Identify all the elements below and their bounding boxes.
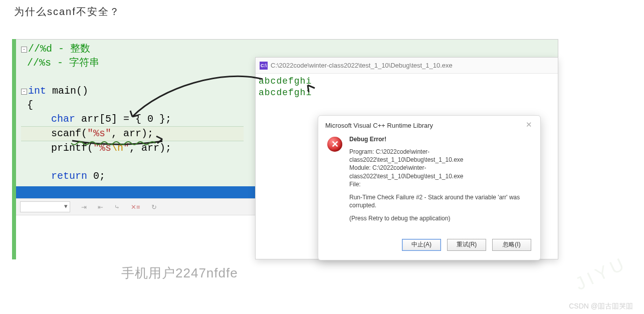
code-ident: arr[5] = { 0 }; bbox=[75, 113, 171, 125]
dialog-module-line: Module: C:\2022code\winter-class2022\tes… bbox=[349, 164, 464, 179]
code-ident: scanf bbox=[51, 128, 81, 139]
console-body: abcdefghi abcdefghi bbox=[256, 74, 558, 100]
code-string: " bbox=[123, 142, 129, 154]
code-editor: -//%d - 整数 //%s - 字符串 -int main() { char… bbox=[21, 42, 244, 183]
ignore-button[interactable]: 忽略(I) bbox=[492, 239, 531, 251]
code-punct: , arr); bbox=[111, 128, 153, 139]
code-comment: //%s - 字符串 bbox=[27, 57, 99, 69]
retry-button[interactable]: 重试(R) bbox=[447, 239, 486, 251]
code-comment: //%d - 整数 bbox=[28, 43, 90, 55]
dialog-title: Microsoft Visual C++ Runtime Library bbox=[325, 122, 433, 129]
watermark-username: 手机用户2247nfdfe bbox=[121, 264, 238, 282]
close-icon[interactable]: ✕ bbox=[524, 121, 533, 130]
code-ident: main bbox=[52, 85, 76, 97]
code-punct: () bbox=[76, 85, 88, 97]
code-string: "%s" bbox=[87, 128, 111, 139]
dialog-heading: Debug Error! bbox=[349, 136, 531, 143]
code-string: "%s bbox=[93, 142, 111, 154]
toolbar-icon[interactable]: ⇥ bbox=[81, 203, 87, 211]
abort-button[interactable]: 中止(A) bbox=[402, 239, 441, 251]
code-punct: ( bbox=[87, 142, 93, 154]
console-title-path: C:\2022code\winter-class2022\test_1_10\D… bbox=[271, 62, 453, 69]
watermark-csdn: CSDN @吅古吅哭吅 bbox=[569, 302, 633, 311]
console-output-line: abcdefghi bbox=[259, 87, 555, 99]
console-app-icon: C:\ bbox=[260, 62, 268, 70]
ide-change-margin bbox=[12, 39, 16, 259]
document-heading: 为什么scanf不安全？ bbox=[14, 5, 120, 19]
code-keyword: return bbox=[51, 170, 87, 182]
screenshot-container: -//%d - 整数 //%s - 字符串 -int main() { char… bbox=[12, 39, 558, 259]
toolbar-icon[interactable]: ✕≡ bbox=[131, 203, 140, 211]
toolbar-icon[interactable]: ⇤ bbox=[98, 203, 103, 211]
fold-toggle-icon[interactable]: - bbox=[21, 89, 27, 95]
dialog-press-line: (Press Retry to debug the application) bbox=[349, 214, 531, 222]
error-icon: ✕ bbox=[327, 137, 342, 152]
dialog-button-row: 中止(A) 重试(R) 忽略(I) bbox=[318, 233, 540, 260]
runtime-error-dialog: Microsoft Visual C++ Runtime Library ✕ ✕… bbox=[318, 115, 541, 260]
code-number: 0; bbox=[87, 170, 105, 182]
dialog-file-line: File: bbox=[349, 181, 361, 188]
dialog-program-line: Program: C:\2022code\winter-class2022\te… bbox=[349, 148, 464, 163]
console-titlebar: C:\ C:\2022code\winter-class2022\test_1_… bbox=[256, 58, 558, 74]
code-brace: { bbox=[27, 99, 33, 111]
fold-toggle-icon[interactable]: - bbox=[21, 47, 27, 53]
code-keyword: int bbox=[28, 85, 46, 97]
code-punct: , arr); bbox=[129, 142, 171, 154]
code-escape: \n bbox=[111, 142, 123, 154]
toolbar-icon[interactable]: ⤷ bbox=[114, 203, 120, 211]
toolbar-icon[interactable]: ↻ bbox=[151, 203, 157, 211]
dialog-body: Debug Error! Program: C:\2022code\winter… bbox=[349, 136, 531, 228]
code-ident: printf bbox=[51, 142, 87, 154]
code-punct: ( bbox=[81, 128, 87, 139]
console-input-line: abcdefghi bbox=[259, 76, 555, 87]
dialog-failure-line: Run-Time Check Failure #2 - Stack around… bbox=[349, 193, 531, 209]
dialog-titlebar: Microsoft Visual C++ Runtime Library ✕ bbox=[318, 116, 540, 134]
code-type: char bbox=[51, 113, 75, 125]
watermark-diagonal: JIYU bbox=[572, 252, 630, 295]
toolbar-dropdown[interactable] bbox=[20, 201, 70, 212]
